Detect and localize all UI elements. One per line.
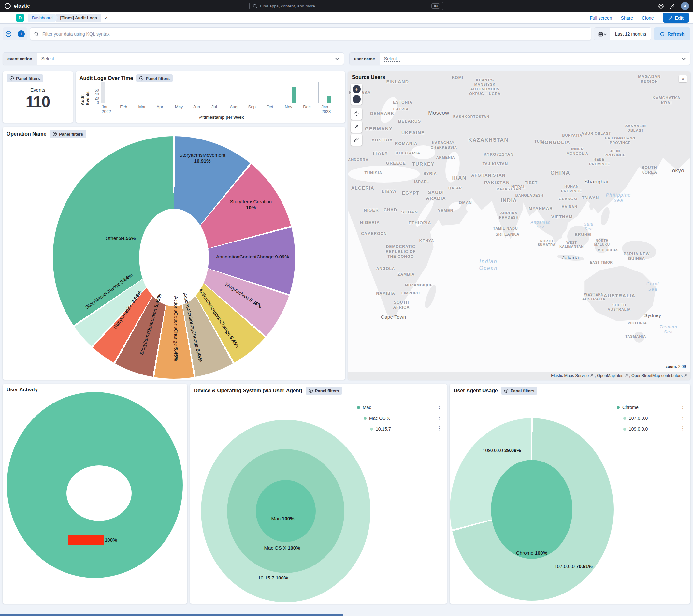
edit-button[interactable]: Edit xyxy=(663,13,689,23)
expand-icon xyxy=(354,124,359,129)
user-avatar[interactable]: e xyxy=(681,2,689,10)
map-sea-label: Philippine Sea xyxy=(606,192,631,204)
legend-menu-icon[interactable]: ⋮ xyxy=(680,415,685,420)
map-country-label: CAMEROON xyxy=(361,231,387,236)
legend-item[interactable]: Chrome xyxy=(617,405,639,410)
legend-dot xyxy=(363,417,367,420)
map-country-label: BRUNEI xyxy=(575,232,592,237)
user-name-value[interactable]: Select... xyxy=(380,56,405,61)
map-country-label: SOUTH AFRICA xyxy=(393,300,410,310)
add-filter-icon[interactable]: + xyxy=(18,30,25,37)
map-attribution[interactable]: Elastic Maps Service , OpenMapTiles , Op… xyxy=(348,371,690,380)
legend-item[interactable]: Mac xyxy=(357,405,371,410)
elastic-logo[interactable]: elastic xyxy=(4,3,30,9)
map-country-label: LIMPOPO xyxy=(401,291,420,295)
sunburst-label: 10.15.7 100% xyxy=(258,575,288,580)
global-search-input[interactable]: Find apps, content, and more. ⌘/ xyxy=(249,2,443,11)
legend-menu-icon[interactable]: ⋮ xyxy=(680,404,685,409)
time-range-value[interactable]: Last 12 months xyxy=(610,28,651,40)
event-action-control[interactable]: event.action Select... xyxy=(3,53,344,65)
filter-circle-icon[interactable] xyxy=(5,31,12,37)
redaction-box xyxy=(68,536,104,545)
madagascar-island xyxy=(422,284,438,309)
global-search-placeholder: Find apps, content, and more. xyxy=(260,4,429,8)
panel-filters-badge[interactable]: Panel filters xyxy=(136,74,173,82)
panel-filters-badge[interactable]: Panel filters xyxy=(305,387,342,395)
space-badge[interactable]: D xyxy=(16,14,24,22)
kql-input[interactable] xyxy=(42,31,587,37)
saved-check-icon[interactable]: ✓ xyxy=(104,15,108,21)
refresh-button[interactable]: Refresh xyxy=(654,27,690,40)
map-country-label: QATAR xyxy=(448,187,462,191)
slice-label: AnnotationContentChange 9.09% xyxy=(216,254,289,259)
map-country-label: ALGERIA xyxy=(351,186,374,192)
legend-dot xyxy=(623,417,626,420)
x-tick-label: Jan 2023 xyxy=(321,104,331,114)
scrollbar-strip[interactable] xyxy=(0,614,343,616)
breadcrumb-dashboard[interactable]: Dashboard xyxy=(28,14,58,22)
full-screen-link[interactable]: Full screen xyxy=(590,15,612,21)
query-bar: + Last 12 months Refresh xyxy=(3,27,690,40)
map-country-label: BULGARIA xyxy=(395,151,420,156)
map-country-label: BELARUS xyxy=(398,119,421,124)
user-activity-donut-chart[interactable] xyxy=(7,392,183,578)
attribution-link[interactable]: , OpenStreetMap contributors xyxy=(629,373,682,378)
legend-item[interactable]: Mac OS X xyxy=(363,416,390,421)
operation-name-panel: Operation Name Panel filters StoryItemsM… xyxy=(3,127,345,380)
help-icon[interactable] xyxy=(658,3,664,9)
share-link[interactable]: Share xyxy=(621,15,633,21)
legend-menu-icon[interactable]: ⋮ xyxy=(437,426,442,430)
attribution-link[interactable]: , OpenMapTiles xyxy=(595,373,623,378)
map-layers-toggle[interactable]: « xyxy=(679,75,687,82)
y-tick-label: 20 xyxy=(89,96,99,101)
zoom-in-button[interactable]: + xyxy=(353,85,361,93)
panel-filters-badge[interactable]: Panel filters xyxy=(501,387,538,395)
legend-item[interactable]: 10.15.7 xyxy=(370,426,391,431)
kql-search-bar[interactable] xyxy=(30,27,591,40)
map-settings-control[interactable] xyxy=(351,134,362,146)
clone-link[interactable]: Clone xyxy=(642,15,654,21)
map-country-label: PAPUA NEW GUINEA xyxy=(623,252,650,262)
legend-item[interactable]: 109.0.0.0 xyxy=(623,426,648,431)
set-view-control[interactable] xyxy=(351,108,362,120)
refresh-icon xyxy=(660,32,665,37)
user-name-control[interactable]: user.name Select... xyxy=(349,53,691,65)
audit-logs-over-time-panel: Audit Logs Over TIme Panel filters Audit… xyxy=(76,71,345,122)
sunburst-inner-ring[interactable] xyxy=(256,480,316,542)
map-country-label: LATVIA xyxy=(393,107,409,112)
map-country-label: PAKISTAN xyxy=(484,180,510,186)
legend-item[interactable]: 107.0.0.0 xyxy=(623,416,648,421)
zoom-out-button[interactable]: − xyxy=(353,95,361,103)
attribution-link[interactable]: Elastic Maps Service xyxy=(551,373,589,378)
calendar-icon xyxy=(598,32,603,37)
map-country-label: SAUDI ARABIA xyxy=(426,190,446,201)
event-action-value[interactable]: Select... xyxy=(37,56,63,61)
legend-menu-icon[interactable]: ⋮ xyxy=(437,404,442,409)
expand-control[interactable] xyxy=(351,121,362,133)
external-link-icon xyxy=(590,373,593,378)
legend-menu-icon[interactable]: ⋮ xyxy=(437,415,442,420)
bar[interactable] xyxy=(292,87,296,103)
legend-menu-icon[interactable]: ⋮ xyxy=(680,426,685,430)
map-country-label: MONGOLIA xyxy=(540,139,570,146)
filter-button-group: + xyxy=(3,27,27,40)
map-country-label: ANDORRA xyxy=(348,158,368,162)
bar[interactable] xyxy=(327,96,331,103)
calendar-button[interactable] xyxy=(594,28,610,40)
assistant-icon[interactable] xyxy=(670,3,675,9)
panel-filters-badge[interactable]: Panel filters xyxy=(6,74,43,82)
menu-icon[interactable] xyxy=(4,14,12,21)
panel-title: User Agent Usage xyxy=(454,388,498,394)
bar-chart-plot-area[interactable] xyxy=(101,82,342,103)
y-tick-label: 60 xyxy=(89,88,99,93)
slice-label: StoryItemsCreation10% xyxy=(230,199,272,211)
sunburst-inner-ring[interactable] xyxy=(491,460,572,559)
breadcrumb: Dashboard [Tines] Audit Logs ✓ xyxy=(28,14,108,22)
legend-dot xyxy=(357,406,360,409)
divider xyxy=(15,30,15,38)
map-country-label: KAMCHATKA KRAI xyxy=(653,96,680,105)
panel-filters-badge[interactable]: Panel filters xyxy=(50,130,86,138)
map-country-label: EGYPT xyxy=(402,190,419,196)
map-country-label: TAMIL NADU xyxy=(493,227,518,231)
panel-title: Operation Name xyxy=(6,131,46,137)
